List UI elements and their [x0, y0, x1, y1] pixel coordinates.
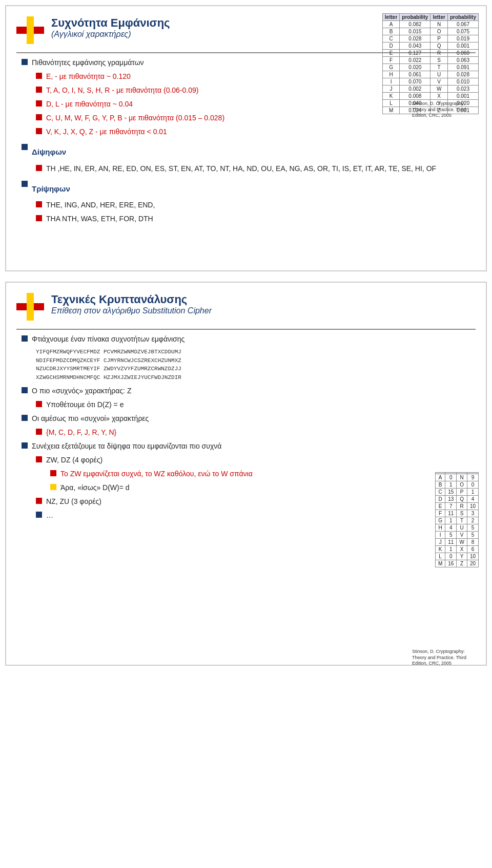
bullet-sq-blue-mf	[22, 387, 28, 393]
prob-table-cell: O	[430, 28, 447, 35]
freq-table-cell: P	[457, 489, 467, 496]
prob-table-row: C0.028P0.019	[382, 35, 478, 43]
freq-table-cell: 10	[467, 503, 478, 510]
freq-table-cell: 16	[445, 560, 457, 567]
slide2-title-block: Τεχνικές Κρυπτανάλυσης Επίθεση στον αλγό…	[51, 293, 476, 315]
most-freq-text: Ο πιο «συχνός» χαρακτήρας: Z	[32, 386, 476, 396]
intro-bullet-text: Φτιάχνουμε έναν πίνακα συχνοτήτων εμφάνι…	[32, 334, 476, 345]
freq-table-cell: 5	[445, 532, 457, 539]
prob-table-cell: 0.060	[447, 50, 478, 57]
freq-table-row: H4U5	[435, 524, 478, 532]
prob-table-row: J0.002W0.023	[382, 86, 478, 93]
bullet-intro: Φτιάχνουμε έναν πίνακα συχνοτήτων εμφάνι…	[22, 334, 476, 345]
freq-table-cell: 9	[467, 474, 478, 481]
bullet-dipsifon-heading: Δίψηφων	[22, 142, 476, 160]
bullet-v-text: V, K, J, X, Q, Z - με πιθανότητα < 0.01	[46, 126, 476, 137]
slide2-divider	[16, 329, 476, 330]
freq-table-cell: 0	[445, 474, 457, 481]
tripsifon-text-1: THE, ING, AND, HER, ERE, END,	[46, 200, 476, 210]
freq-table-row: L0Y10	[435, 553, 478, 560]
cross-bar-v-2	[27, 293, 34, 321]
prob-table-row: B0.015O0.075	[382, 28, 478, 35]
bullet-sq-red-t	[36, 87, 42, 93]
cipher-text: YIFQFMZRWQFYVECFMDZ PCVMRZWNMDZVEJBTXCDD…	[36, 348, 476, 382]
prob-table-cell: T	[430, 64, 447, 71]
freq-table-cell: Z	[457, 560, 467, 567]
bullet-sq-red-c	[36, 114, 42, 120]
prob-table-cell: 0.019	[447, 35, 478, 43]
prob-table-cell: I	[382, 78, 399, 86]
bullet-zw-dz: ZW, DZ (4 φορές)	[36, 455, 476, 465]
bullet-assume-z: Υποθέτουμε ότι D(Z) = e	[36, 399, 476, 410]
bullet-next-chars: {M, C, D, F, J, R, Y, N}	[36, 427, 476, 438]
bullet-sq-blue-dip	[22, 144, 28, 150]
freq-table-cell: 3	[467, 510, 478, 517]
bullet-sq-red-dip	[36, 165, 42, 171]
digraph-sub: ZW, DZ (4 φορές) Το ZW εμφανίζεται συχνά…	[36, 455, 476, 507]
digraph-note1: Το ZW εμφανίζεται συχνά, το WZ καθόλου, …	[50, 469, 476, 493]
freq-table-cell: T	[457, 517, 467, 524]
bullet-sq-red-e	[36, 73, 42, 79]
nz-zu-text: NZ, ZU (3 φορές)	[46, 496, 476, 507]
slide2-title: Τεχνικές Κρυπτανάλυσης	[51, 293, 476, 306]
prob-table-cell: 0.020	[400, 64, 430, 71]
bullet-sq-red-zwn	[50, 470, 56, 476]
prob-table-cell: Q	[430, 43, 447, 50]
bullet-sq-red-nc	[36, 429, 42, 435]
prob-table-cell: 0.091	[447, 64, 478, 71]
freq-table-cell: S	[457, 510, 467, 517]
ellipsis-item: …	[36, 510, 476, 521]
freq-table-cell: V	[457, 532, 467, 539]
freq-table-cell: L	[435, 553, 445, 560]
freq-table-cell: 2	[467, 517, 478, 524]
prob-table-col3: letter	[430, 14, 447, 21]
prob-table-col2: probability	[400, 14, 430, 21]
bullet-sq-blue-trip	[22, 181, 28, 187]
freq-table-row: G1T2	[435, 517, 478, 524]
freq-table-cell: R	[457, 503, 467, 510]
zw-note-text: Το ZW εμφανίζεται συχνά, το WZ καθόλου, …	[60, 469, 476, 479]
prob-table-cell: H	[382, 71, 399, 78]
bullet-tripsifon-2: THA NTH, WAS, ETH, FOR, DTH	[36, 214, 476, 224]
prob-table-row: F0.022S0.063	[382, 57, 478, 64]
freq-table-row: D13Q4	[435, 496, 478, 503]
prob-table-cell: 0.002	[400, 86, 430, 93]
prob-table-cell: 0.043	[400, 43, 430, 50]
prob-table-cell: 0.061	[400, 71, 430, 78]
prob-table-cell: 0.010	[447, 78, 478, 86]
prob-table-cell: 0.028	[447, 71, 478, 78]
prob-table-cell: C	[382, 35, 399, 43]
freq-table-cell: U	[457, 524, 467, 532]
freq-table-row: E7R10	[435, 503, 478, 510]
prob-table-cell: 0.001	[447, 43, 478, 50]
freq-table-cell: 1	[467, 489, 478, 496]
zw-dz-text: ZW, DZ (4 φορές)	[46, 455, 476, 465]
ellipsis-text: …	[46, 510, 476, 521]
freq-table-cell: 0	[467, 481, 478, 489]
prob-table-col4: probability	[447, 14, 478, 21]
prob-table-cell: V	[430, 78, 447, 86]
freq-table-cell: Q	[457, 496, 467, 503]
dw-note-text: Άρα, «ίσως» D(W)= d	[60, 482, 476, 493]
freq-table-cell: K	[435, 546, 445, 553]
frequency-table: A0N9B1O0C15P1D13Q4E7R10F11S3G1T2H4U5I5V5…	[435, 472, 479, 567]
header-icon	[16, 16, 44, 44]
prob-table-row: H0.061U0.028	[382, 71, 478, 78]
prob-table-cell: 0.082	[400, 21, 430, 28]
bullet-nz-zu: NZ, ZU (3 φορές)	[36, 496, 476, 507]
prob-table-cell: G	[382, 64, 399, 71]
prob-table-cell: 0.008	[400, 93, 430, 100]
prob-table-cell: 0.070	[400, 78, 430, 86]
freq-table-cell: M	[435, 560, 445, 567]
freq-table-row: A0N9	[435, 474, 478, 481]
bullet-c-text: C, U, M, W, F, G, Y, P, B - με πιθανότητ…	[46, 113, 476, 123]
freq-table-cell: B	[435, 481, 445, 489]
freq-table-cell: E	[435, 503, 445, 510]
slide-1: Συχνότητα Εμφάνισης (Αγγλικοί χαρακτήρες…	[5, 5, 487, 271]
freq-table-cell: 13	[445, 496, 457, 503]
prob-table-cell: P	[430, 35, 447, 43]
cross-icon	[16, 16, 44, 44]
slide1-citation: Stinson, D. Cryptography: Theory and Pra…	[412, 101, 479, 119]
freq-table-cell: 20	[467, 560, 478, 567]
cross-bar-v	[27, 16, 34, 44]
